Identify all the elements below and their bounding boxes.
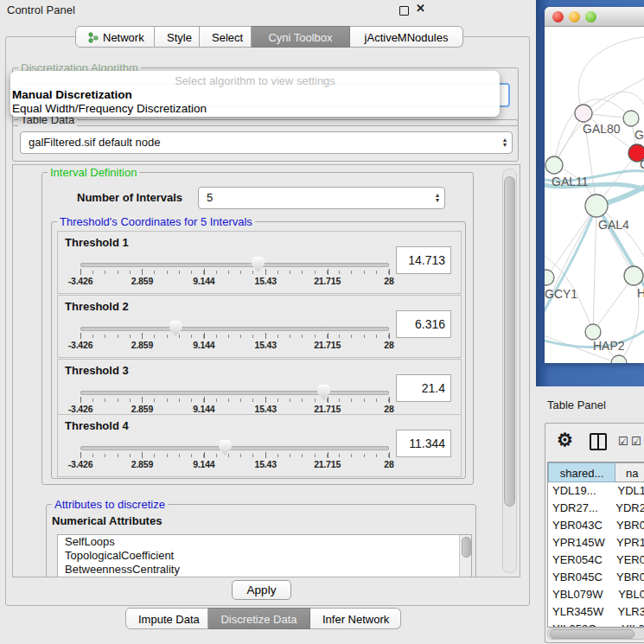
table-row[interactable]: YBL079WYBL0 [548, 586, 644, 603]
node-gal11[interactable] [545, 156, 563, 174]
node-label: H [637, 286, 644, 300]
tab-jactivemnodules[interactable]: jActiveMNodules [350, 26, 463, 48]
node-label: HAP2 [593, 339, 625, 353]
table-row[interactable]: YLR345WYLR3 [548, 603, 644, 621]
threshold-slider[interactable]: -3.426 2.859 9.144 15.43 21.715 28 [80, 320, 389, 349]
tab-label: Select [212, 31, 243, 44]
settings-scrollbar[interactable] [502, 169, 517, 573]
node-gal80[interactable] [575, 105, 592, 122]
tab-impute-data[interactable]: Impute Data [125, 608, 208, 629]
numerical-attributes-list[interactable]: SelfLoops TopologicalCoefficient Between… [57, 534, 472, 577]
threshold-panel: Threshold 1 -3.426 2.859 9.144 15.43 21.… [57, 231, 462, 294]
scale-label: 21.715 [302, 459, 354, 469]
columns-icon[interactable] [590, 433, 607, 450]
threshold-panel: Threshold 3 -3.426 2.859 9.144 15.43 21.… [57, 359, 462, 422]
interval-definition-group: Interval Definition Number of Intervals … [41, 172, 474, 485]
node-top-right[interactable] [623, 111, 639, 126]
scale-label: 9.144 [178, 459, 230, 469]
scale-label: 28 [363, 459, 415, 469]
threshold-slider[interactable]: -3.426 2.859 9.144 15.43 21.715 28 [80, 256, 389, 285]
node-label: GCY1 [545, 287, 577, 301]
node-gcy1[interactable] [545, 270, 554, 285]
tab-infer-network[interactable]: Infer Network [310, 608, 401, 629]
group-label: Interval Definition [48, 166, 139, 179]
list-item[interactable]: SelfLoops [58, 535, 471, 549]
checkbox-icon[interactable]: ☑ [631, 435, 641, 448]
threshold-label: Threshold 2 [65, 300, 129, 313]
close-icon[interactable]: ✕ [416, 2, 425, 15]
table-data-group: Table Data galFiltered.sif default node … [12, 119, 519, 162]
spinner-arrows-icon: ▴▾ [503, 132, 507, 153]
node-label: GA [634, 128, 644, 142]
network-window: GAL80 GA C GAL11 GAL4 GCY1 H HAP2 [545, 7, 644, 363]
column-header-shared-name[interactable]: shared... [548, 462, 615, 482]
popup-placeholder: Select algorithm to view settings [10, 74, 500, 87]
apply-button[interactable]: Apply [232, 580, 291, 600]
threshold-slider[interactable]: -3.426 2.859 9.144 15.43 21.715 28 [80, 439, 389, 469]
thresholds-group: Threshold's Coordinates for 5 Intervals … [51, 221, 466, 479]
tab-network[interactable]: Network [75, 26, 155, 48]
tab-discretize-data[interactable]: Discretize Data [208, 608, 310, 629]
popup-option-manual[interactable]: Manual Discretization [12, 88, 132, 101]
attributes-group: Attributes to discretize Numerical Attri… [46, 504, 476, 577]
top-tab-bar: Network Style Select Cyni Toolbox jActiv… [75, 26, 463, 48]
table-row[interactable]: YBR043CYBR0 [548, 517, 644, 534]
table-horizontal-scrollbar[interactable] [547, 628, 644, 640]
slider-track[interactable] [80, 327, 389, 331]
minimize-traffic-light-icon[interactable] [569, 11, 580, 22]
combobox-value: galFiltered.sif default node [29, 132, 160, 153]
float-icon[interactable] [399, 6, 409, 16]
slider-ticks [80, 335, 389, 338]
network-view-pane: GAL80 GA C GAL11 GAL4 GCY1 H HAP2 [536, 0, 644, 386]
table-panel: ⚙ ☑ ☑ shared... na YDL19...YDL1 YDR27...… [545, 423, 644, 643]
slider-track[interactable] [80, 446, 389, 450]
gear-icon[interactable]: ⚙ [557, 430, 573, 450]
threshold-label: Threshold 3 [65, 364, 129, 377]
slider-ticks [80, 454, 389, 457]
threshold-value-field[interactable]: 6.316 [396, 310, 451, 338]
slider-track[interactable] [80, 263, 389, 267]
scale-label: 21.715 [302, 340, 354, 350]
table-row[interactable]: YBR045CYBR0 [548, 569, 644, 586]
threshold-value-field[interactable]: 11.344 [396, 430, 451, 457]
numerical-attributes-heading: Numerical Attributes [52, 514, 162, 527]
node-gal4[interactable] [585, 194, 608, 217]
scrollbar-thumb[interactable] [504, 176, 515, 507]
table-header-row: shared... na [548, 462, 644, 482]
node-h[interactable] [624, 266, 643, 285]
scrollbar-thumb[interactable] [550, 629, 634, 639]
popup-option-equal-width[interactable]: Equal Width/Frequency Discretization [12, 102, 207, 115]
close-traffic-light-icon[interactable] [552, 11, 564, 22]
group-label: Attributes to discretize [52, 498, 168, 511]
threshold-slider[interactable]: -3.426 2.859 9.144 15.43 21.715 28 [80, 384, 389, 413]
node-hap2[interactable] [585, 324, 601, 340]
tab-label: Network [103, 31, 144, 44]
list-item[interactable]: BetweennessCentrality [58, 563, 471, 577]
threshold-value-field[interactable]: 14.713 [396, 246, 451, 274]
tab-label: Style [167, 31, 192, 44]
settings-scroll-area: Interval Definition Number of Intervals … [12, 164, 520, 577]
tab-select[interactable]: Select [200, 26, 252, 48]
table-row[interactable]: YDR27...YDR2 [548, 500, 644, 517]
table-data-combobox[interactable]: galFiltered.sif default node ▴▾ [20, 131, 513, 154]
list-item[interactable]: TopologicalCoefficient [58, 549, 471, 563]
zoom-traffic-light-icon[interactable] [585, 11, 596, 22]
tab-style[interactable]: Style [155, 26, 200, 48]
table-row[interactable]: YIL052CYIL0 [548, 621, 644, 628]
scale-label: 2.859 [116, 459, 168, 469]
threshold-value-field[interactable]: 21.4 [396, 374, 451, 402]
scale-label: 21.715 [302, 404, 354, 414]
network-window-titlebar[interactable] [545, 7, 644, 27]
tab-cyni-toolbox[interactable]: Cyni Toolbox [252, 26, 350, 48]
checkbox-icon[interactable]: ☑ [618, 435, 628, 448]
num-intervals-combobox[interactable]: 5 ▴▾ [198, 187, 445, 209]
column-header-name[interactable]: na [615, 462, 644, 482]
table-row[interactable]: YDL19...YDL1 [548, 482, 644, 500]
table-row[interactable]: YER054CYER0 [548, 552, 644, 569]
table-row[interactable]: YPR145WYPR1 [548, 534, 644, 552]
list-scrollbar[interactable] [459, 535, 471, 577]
scrollbar-thumb[interactable] [462, 537, 471, 558]
network-canvas[interactable]: GAL80 GA C GAL11 GAL4 GCY1 H HAP2 [545, 27, 644, 363]
scale-label: 15.43 [239, 340, 291, 350]
slider-track[interactable] [80, 391, 389, 395]
